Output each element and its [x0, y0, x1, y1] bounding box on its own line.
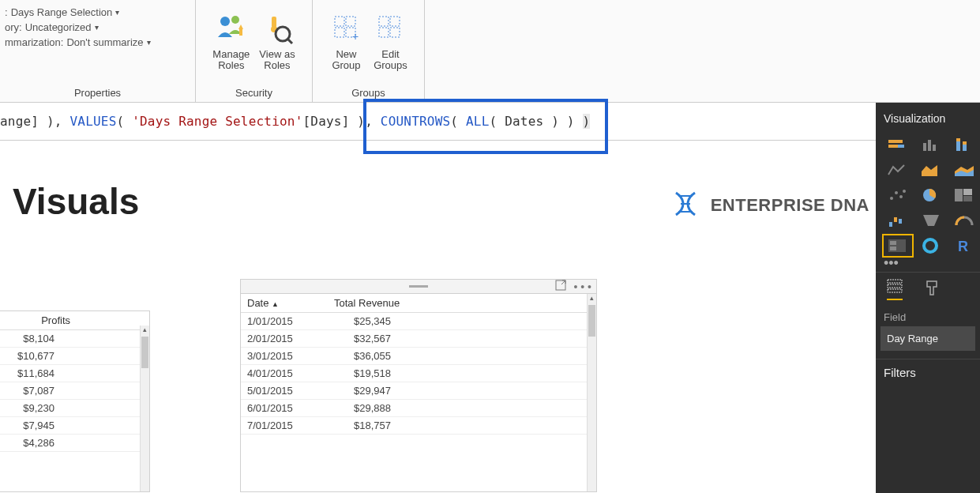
edit-groups-label: Edit Groups	[374, 49, 407, 72]
new-group-label: New Group	[332, 49, 360, 72]
table-row[interactable]: $7,087	[0, 382, 149, 400]
visual-revenue-table[interactable]: • • • Date ▲ Total Revenue 1/01/2015$25,…	[240, 279, 597, 492]
viz-r-visual-icon[interactable]: R	[950, 235, 978, 256]
viz-stacked-column-icon[interactable]	[950, 134, 978, 155]
svg-rect-15	[390, 28, 400, 37]
table-row[interactable]: 2/01/2015$32,567	[241, 330, 596, 348]
svg-rect-47	[890, 246, 896, 250]
scroll-thumb[interactable]	[588, 305, 595, 337]
viz-funnel-icon[interactable]	[917, 210, 945, 231]
ribbon-group-groups: + New Group Edit Groups	[313, 0, 425, 102]
svg-rect-13	[390, 17, 400, 26]
viz-gauge-icon[interactable]	[950, 210, 978, 231]
more-visuals-icon[interactable]: •••	[876, 259, 980, 272]
viz-area-chart-icon[interactable]	[917, 160, 945, 180]
table-row[interactable]: 1/01/2015$25,345	[241, 313, 596, 330]
fields-tab-icon[interactable]	[887, 279, 903, 300]
svg-rect-51	[888, 284, 902, 288]
svg-rect-22	[898, 145, 904, 148]
property-name-row[interactable]: : Days Range Selection ▾	[5, 5, 119, 20]
col-profits[interactable]: Profits	[0, 311, 149, 330]
table-row[interactable]: $11,684	[0, 365, 149, 382]
svg-text:R: R	[958, 239, 968, 254]
focus-mode-icon[interactable]	[555, 280, 566, 293]
edit-groups-icon	[374, 11, 408, 46]
view-as-roles-button[interactable]: View as Roles	[254, 8, 299, 75]
svg-rect-39	[963, 189, 972, 195]
manage-roles-icon	[214, 11, 249, 46]
svg-rect-25	[933, 145, 936, 151]
viz-donut-icon[interactable]	[917, 235, 945, 256]
table-row[interactable]: 4/01/2015$19,518	[241, 365, 596, 382]
property-category-row[interactable]: ory: Uncategorized ▾	[5, 20, 99, 35]
dna-icon	[670, 188, 701, 222]
svg-rect-52	[888, 289, 902, 292]
svg-rect-40	[963, 196, 972, 201]
drag-handle-icon[interactable]	[409, 285, 428, 288]
svg-rect-43	[899, 219, 902, 224]
viz-stacked-area-icon[interactable]	[950, 160, 978, 180]
viz-scatter-chart-icon[interactable]	[884, 185, 912, 205]
formula-text[interactable]: ange] ), VALUES( 'Days Range Selection'[…	[0, 114, 590, 129]
more-options-icon[interactable]: • • •	[574, 280, 591, 293]
viz-pie-chart-icon[interactable]	[917, 185, 945, 205]
table-row[interactable]: 6/01/2015$29,888	[241, 400, 596, 417]
viz-slicer-icon[interactable]	[884, 235, 912, 256]
manage-roles-label: Manage Roles	[212, 49, 250, 72]
visualization-gallery: R	[876, 134, 980, 259]
svg-rect-50	[888, 280, 902, 283]
table-row[interactable]: $8,104	[0, 330, 149, 348]
col-date[interactable]: Date ▲	[241, 294, 328, 313]
svg-rect-8	[346, 17, 355, 26]
svg-rect-12	[379, 17, 389, 26]
svg-rect-23	[923, 143, 926, 151]
svg-rect-21	[888, 145, 898, 148]
svg-rect-38	[955, 189, 963, 201]
table-row[interactable]: $9,230	[0, 400, 149, 417]
table-row[interactable]: $10,677	[0, 348, 149, 365]
new-group-button[interactable]: + New Group	[325, 8, 369, 75]
svg-marker-30	[922, 165, 937, 176]
manage-roles-button[interactable]: Manage Roles	[208, 8, 254, 75]
ribbon-group-properties: : Days Range Selection ▾ ory: Uncategori…	[0, 0, 196, 102]
svg-point-48	[924, 239, 937, 252]
viz-line-chart-icon[interactable]	[884, 160, 912, 180]
caret-down-icon: ▾	[147, 38, 151, 47]
svg-rect-27	[956, 138, 960, 141]
viz-treemap-icon[interactable]	[950, 185, 978, 205]
filters-section-label[interactable]: Filters	[876, 359, 980, 386]
scroll-up-icon[interactable]: ▴	[588, 294, 596, 303]
scrollbar[interactable]: ▴	[140, 326, 149, 491]
svg-rect-29	[963, 141, 967, 145]
format-tab-icon[interactable]	[925, 279, 939, 300]
scroll-thumb[interactable]	[141, 337, 148, 368]
field-well-item[interactable]: Day Range	[880, 326, 975, 351]
formula-bar[interactable]: ange] ), VALUES( 'Days Range Selection'[…	[0, 103, 980, 141]
scrollbar[interactable]: ▴	[587, 294, 596, 491]
visual-header[interactable]: • • •	[241, 280, 596, 294]
svg-rect-46	[890, 241, 896, 245]
table-row[interactable]: 5/01/2015$29,947	[241, 382, 596, 400]
table-row[interactable]: $7,945	[0, 417, 149, 435]
table-row[interactable]: 7/01/2015$18,757	[241, 417, 596, 435]
report-canvas[interactable]: Visuals ENTERPRISE DNA Profits $8,104$10…	[0, 141, 980, 493]
svg-rect-3	[272, 17, 276, 28]
viz-stacked-bar-icon[interactable]	[884, 134, 912, 155]
svg-rect-42	[894, 217, 897, 222]
svg-rect-9	[335, 28, 344, 37]
field-well-label: Field	[876, 303, 980, 326]
viz-clustered-column-icon[interactable]	[917, 134, 945, 155]
svg-point-36	[903, 190, 906, 193]
table-row[interactable]: $4,286	[0, 435, 149, 452]
view-as-roles-label: View as Roles	[259, 49, 295, 72]
visual-profits-table[interactable]: Profits $8,104$10,677$11,684$7,087$9,230…	[0, 310, 150, 492]
scroll-up-icon[interactable]: ▴	[141, 326, 149, 335]
col-total-revenue[interactable]: Total Revenue	[328, 294, 596, 313]
edit-groups-button[interactable]: Edit Groups	[369, 8, 413, 75]
viz-waterfall-icon[interactable]	[884, 210, 912, 231]
svg-rect-2	[239, 29, 242, 36]
group-label-properties: Properties	[5, 85, 190, 102]
svg-point-1	[231, 16, 239, 24]
property-summarization-row[interactable]: mmarization: Don't summarize ▾	[5, 35, 151, 50]
table-row[interactable]: 3/01/2015$36,055	[241, 348, 596, 365]
